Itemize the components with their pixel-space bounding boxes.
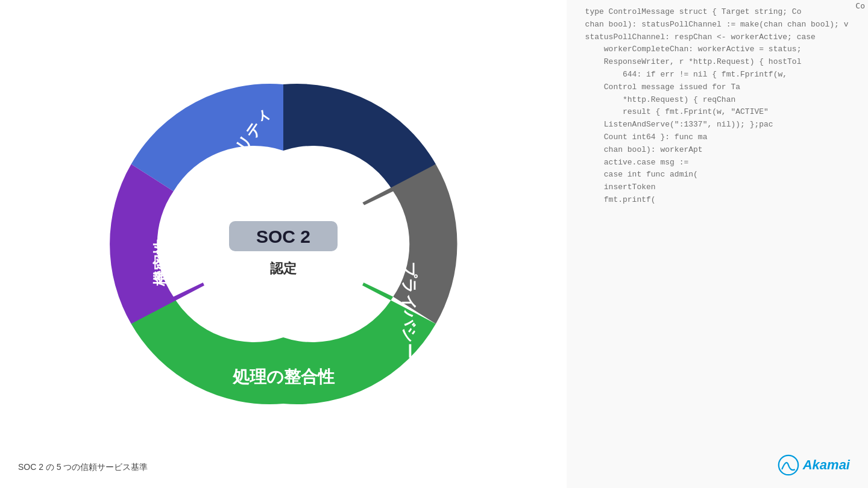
confidentiality-label: 機密性: [151, 239, 169, 287]
main-content: セキュリティ 可用性 プライバシー 処理の整合性 機密性 SOC 2 認定: [0, 0, 567, 488]
center-subtitle: 認定: [270, 261, 297, 276]
privacy-label: プライバシー: [400, 262, 418, 359]
caption-text: SOC 2 の 5 つの信頼サービス基準: [18, 462, 148, 472]
corner-text: Co: [855, 1, 865, 10]
processing-integrity-label: 処理の整合性: [232, 368, 335, 386]
akamai-icon: [778, 454, 799, 476]
akamai-logo-text: Akamai: [803, 457, 850, 473]
akamai-logo: Akamai: [778, 454, 850, 476]
bottom-caption: SOC 2 の 5 つの信頼サービス基準: [18, 462, 148, 473]
code-background: type ControlMessage struct { Target stri…: [567, 0, 868, 488]
donut-chart: セキュリティ 可用性 プライバシー 処理の整合性 機密性 SOC 2 認定: [108, 69, 458, 419]
donut-svg: セキュリティ 可用性 プライバシー 処理の整合性 機密性 SOC 2 認定: [108, 69, 458, 419]
soc2-badge-text: SOC 2: [256, 227, 310, 246]
